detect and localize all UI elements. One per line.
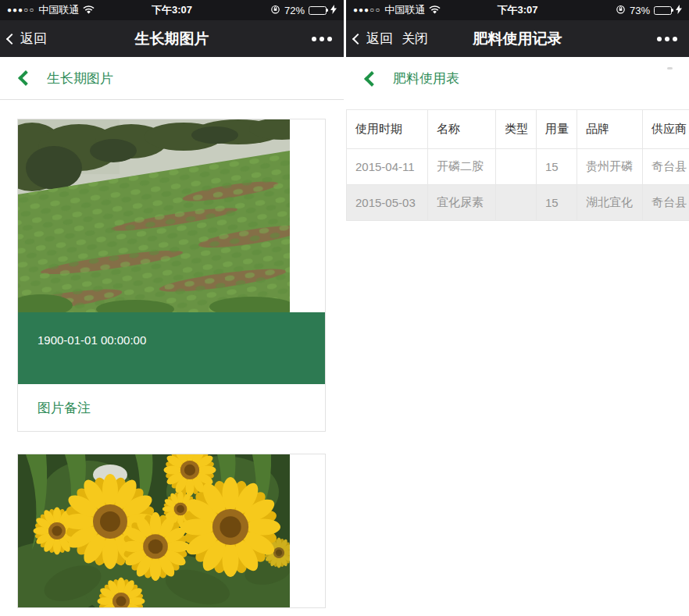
signal-strength-icon: ●●●○○: [7, 6, 34, 14]
back-chevron-icon[interactable]: [18, 70, 34, 86]
lightning-icon: [676, 5, 682, 16]
cell-amount: 15: [537, 185, 577, 221]
more-dots-icon[interactable]: [312, 37, 332, 41]
back-chevron-icon[interactable]: [364, 71, 380, 87]
wifi-icon: [83, 5, 95, 16]
cell-brand: 贵州开磷: [577, 149, 643, 185]
cell-supplier: 奇台县: [643, 149, 689, 185]
nav-bar: 返回 关闭 肥料使用记录: [346, 20, 689, 57]
col-brand: 品牌: [577, 110, 643, 149]
more-dots-icon[interactable]: [657, 37, 677, 41]
cell-type: [496, 185, 537, 221]
photo-timestamp-banner: 1900-01-01 00:00:00: [18, 312, 325, 384]
cell-brand: 湖北宜化: [577, 185, 643, 221]
battery-icon: [309, 6, 327, 15]
close-button[interactable]: 关闭: [402, 30, 428, 48]
cell-amount: 15: [537, 149, 577, 185]
battery-icon: [654, 6, 672, 15]
cell-name: 宜化尿素: [428, 185, 496, 221]
growth-images-screen: ●●●○○ 中国联通 下午3:07 72% 返回: [0, 0, 344, 616]
rotation-lock-icon: [616, 4, 626, 16]
cell-type: [496, 149, 537, 185]
cell-supplier: 奇台县: [643, 185, 689, 221]
status-right: 73%: [616, 4, 682, 16]
cell-name: 开磷二胺: [428, 149, 496, 185]
table-row[interactable]: 2015-04-11 开磷二胺 15 贵州开磷 奇台县: [347, 149, 689, 185]
wifi-icon: [429, 5, 441, 16]
cell-usage-period: 2015-05-03: [347, 185, 428, 221]
section-header: 生长期图片: [0, 57, 344, 100]
fertilizer-table: 使用时期 名称 类型 用量 品牌 供应商 2015-04-11 开磷二胺 15 …: [346, 109, 689, 221]
signal-strength-icon: ●●●○○: [353, 6, 380, 14]
section-header: 肥料使用表: [346, 57, 689, 100]
section-title: 生长期图片: [47, 69, 113, 87]
battery-percent-label: 73%: [630, 5, 650, 16]
page-title: 生长期图片: [0, 29, 344, 49]
two-phone-screenshots: ●●●○○ 中国联通 下午3:07 72% 返回: [0, 0, 689, 616]
cell-usage-period: 2015-04-11: [347, 149, 428, 185]
photo-card: [17, 454, 326, 608]
chevron-left-icon: [352, 33, 363, 44]
lightning-icon: [330, 5, 337, 16]
table-row[interactable]: 2015-05-03 宜化尿素 15 湖北宜化 奇台县: [347, 185, 689, 221]
nav-bar: 返回 生长期图片: [0, 20, 344, 57]
photo-timestamp: 1900-01-01 00:00:00: [37, 333, 146, 347]
col-usage-period: 使用时期: [347, 110, 428, 149]
col-name: 名称: [428, 110, 496, 149]
photo-remark-label: 图片备注: [18, 384, 325, 431]
crop-field-photo[interactable]: [18, 119, 290, 312]
carrier-label: 中国联通: [38, 3, 79, 17]
table-header-row: 使用时期 名称 类型 用量 品牌 供应商: [347, 110, 689, 149]
back-label: 返回: [366, 30, 393, 48]
back-label: 返回: [20, 30, 47, 48]
col-supplier: 供应商: [643, 110, 689, 149]
status-bar: ●●●○○ 中国联通 下午3:07 73%: [346, 0, 689, 20]
battery-percent-label: 72%: [284, 5, 305, 16]
section-title: 肥料使用表: [393, 69, 459, 87]
photo-card: 1900-01-01 00:00:00 图片备注: [17, 119, 326, 432]
status-left: ●●●○○ 中国联通: [7, 3, 95, 17]
carrier-label: 中国联通: [384, 3, 425, 17]
chevron-left-icon: [6, 33, 17, 44]
rotation-lock-icon: [270, 4, 280, 16]
scrollbar-thumb[interactable]: [667, 67, 673, 69]
col-type: 类型: [496, 110, 537, 149]
sunflower-photo[interactable]: [18, 454, 290, 607]
col-amount: 用量: [537, 110, 577, 149]
status-right: 72%: [270, 4, 337, 16]
fertilizer-record-screen: ●●●○○ 中国联通 下午3:07 73% 返回: [346, 0, 689, 616]
status-left: ●●●○○ 中国联通: [353, 3, 441, 17]
back-button[interactable]: 返回 关闭: [354, 30, 428, 48]
status-bar: ●●●○○ 中国联通 下午3:07 72%: [0, 0, 344, 20]
back-button[interactable]: 返回: [8, 30, 47, 48]
